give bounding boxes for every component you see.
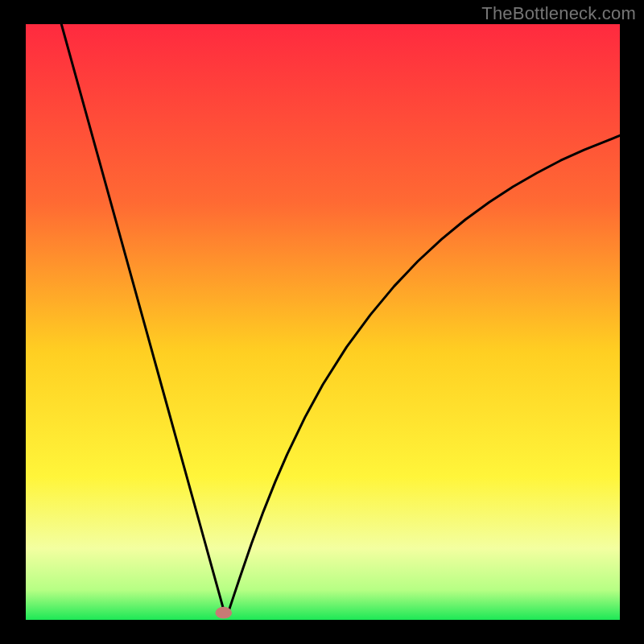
chart-frame: TheBottleneck.com xyxy=(0,0,644,644)
optimal-point-marker xyxy=(215,607,232,619)
watermark-text: TheBottleneck.com xyxy=(481,3,636,24)
plot-background xyxy=(26,24,620,620)
bottleneck-chart xyxy=(0,0,644,644)
